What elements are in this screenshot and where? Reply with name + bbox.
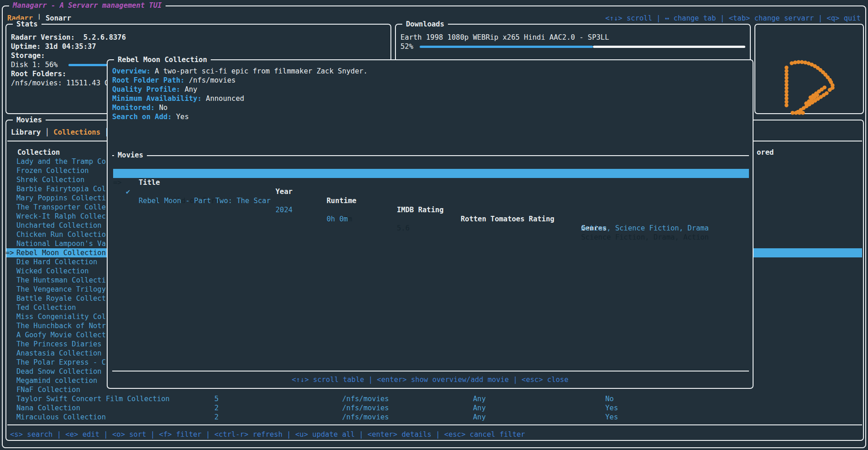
top-help-bar: <↑↓> scroll | ↔ change tab | <tab> chang… bbox=[605, 14, 861, 23]
movie-runtime: 0h 0m bbox=[327, 215, 348, 224]
radarr-logo-icon bbox=[755, 43, 863, 131]
footer-separator bbox=[7, 424, 862, 425]
download-percent: 52% bbox=[400, 42, 413, 51]
collection-root-folder: /nfs/movies bbox=[342, 394, 389, 403]
logo-panel bbox=[754, 24, 864, 114]
collection-quality: Any bbox=[473, 394, 486, 403]
tab-separator: │ bbox=[41, 128, 53, 136]
collection-root-folder: /nfs/movies bbox=[342, 403, 389, 413]
movie-title: Rebel Moon - Part Two: The Scar bbox=[139, 196, 270, 205]
collection-monitored: Yes bbox=[605, 413, 618, 422]
collection-movie-count: 2 bbox=[214, 403, 218, 413]
collection-name: Megamind collection bbox=[16, 376, 97, 385]
collection-name: The Polar Express - C bbox=[16, 358, 106, 367]
collection-row[interactable]: Miraculous Collection2/nfs/moviesAnyYes bbox=[6, 413, 862, 422]
movies-help-bar: <s> search | <e> edit | <o> sort | <f> f… bbox=[10, 430, 525, 439]
collection-name: Anastasia Collection bbox=[16, 349, 102, 358]
download-item[interactable]: Earth 1998 1080p WEBRip x265 Hindi AAC2.… bbox=[400, 33, 609, 42]
collection-movie-count: 2 bbox=[214, 413, 218, 422]
movie-genres: Science Fiction, Drama, Action bbox=[581, 233, 709, 242]
col-year: Year bbox=[275, 187, 292, 196]
collection-name: Frozen Collection bbox=[16, 166, 89, 175]
downloads-panel-title: Downloads bbox=[402, 20, 448, 29]
movie-row[interactable]: ✔ Rebel Moon - Part Two: The Scar 2024 0… bbox=[113, 178, 749, 187]
movie-year: 2024 bbox=[275, 205, 292, 215]
collection-monitored: No bbox=[605, 394, 614, 403]
tab-library[interactable]: Library bbox=[11, 128, 41, 136]
collection-name: The Transporter Colle bbox=[16, 203, 106, 212]
collection-name: Nana Collection bbox=[16, 403, 80, 413]
download-progress-filled bbox=[420, 46, 593, 48]
collection-name: Taylor Swift Concert Film Collection bbox=[16, 394, 170, 403]
col-runtime: Runtime bbox=[327, 196, 356, 205]
tab-collections[interactable]: Collections bbox=[53, 128, 100, 136]
movies-section-title: Movies bbox=[114, 151, 147, 160]
managarr-app: { "colors":{ "background":"#22303A","bor… bbox=[0, 0, 868, 450]
download-progress-remainder bbox=[593, 46, 745, 48]
modal-footer-separator bbox=[112, 371, 749, 372]
selected-arrow: => bbox=[5, 248, 14, 257]
collection-name: National Lampoon's Va bbox=[16, 239, 106, 248]
collection-name: Chicken Run Collectio bbox=[16, 230, 106, 239]
collection-name: Shrek Collection bbox=[16, 175, 84, 184]
uptime: Uptime: 31d 04:35:37 bbox=[11, 42, 96, 51]
collection-name: Miss Congeniality Col bbox=[16, 312, 106, 321]
collection-name: The Princess Diaries bbox=[16, 340, 102, 349]
field-search-on-add: Search on Add: Yes bbox=[112, 112, 189, 121]
collection-name: Lady and the Tramp Co bbox=[16, 157, 106, 166]
tab-sonarr[interactable]: Sonarr bbox=[46, 14, 71, 22]
collections-column-header: Collection bbox=[17, 148, 60, 157]
collection-movie-count: 5 bbox=[214, 394, 218, 403]
collection-name: Battle Royale Collect bbox=[16, 294, 106, 303]
collection-row[interactable]: Nana Collection2/nfs/moviesAnyYes bbox=[6, 403, 862, 413]
collection-name: Rebel Moon Collection bbox=[16, 248, 106, 257]
collection-name: Miraculous Collection bbox=[16, 413, 106, 422]
movie-imdb: 5.6 bbox=[397, 224, 410, 233]
collection-name: Die Hard Collection bbox=[16, 257, 97, 267]
collection-name: A Goofy Movie Collect bbox=[16, 330, 106, 340]
storage-label: Storage: bbox=[11, 51, 45, 60]
app-title: Managarr - A Servarr management TUI bbox=[9, 1, 166, 10]
disk-usage: Disk 1: 56% bbox=[11, 60, 58, 69]
collection-root-folder: /nfs/movies bbox=[342, 413, 389, 422]
collection-name: Uncharted Collection bbox=[16, 221, 102, 230]
collection-name: Barbie Fairytopia Col bbox=[16, 184, 106, 194]
monitored-check-icon: ✔ bbox=[126, 187, 130, 196]
movies-section-line bbox=[112, 155, 749, 156]
col-rotten-tomatoes: Rotten Tomatoes Rating bbox=[461, 215, 554, 224]
field-root-folder: Root Folder Path: /nfs/movies bbox=[112, 76, 236, 85]
collection-name: Mary Poppins Collecti bbox=[16, 194, 106, 203]
field-monitored: Monitored: No bbox=[112, 103, 167, 112]
movies-tabs: Library │ Collections │ bbox=[11, 128, 109, 137]
field-overview: Overview: A two-part sci-fi epic from fi… bbox=[112, 67, 368, 76]
col-imdb: IMDB Rating bbox=[397, 205, 444, 215]
collection-name: FNaF Collection bbox=[16, 385, 80, 394]
movies-table-header: ✔ Title Year Runtime IMDB Rating Rotten … bbox=[113, 160, 749, 169]
root-folders-label: Root Folders: bbox=[11, 69, 66, 78]
stats-panel-title: Stats bbox=[13, 20, 42, 29]
collection-monitored: Yes bbox=[605, 403, 618, 413]
radarr-version: Radarr Version: 5.2.6.8376 bbox=[11, 33, 126, 42]
collection-name: Wreck-It Ralph Collec bbox=[16, 212, 106, 221]
collection-details-modal: Rebel Moon Collection Overview: A two-pa… bbox=[107, 59, 754, 389]
collection-row[interactable]: Taylor Swift Concert Film Collection5/nf… bbox=[6, 394, 862, 403]
movies-panel-title: Movies bbox=[13, 115, 46, 125]
field-minimum-availability: Minimum Availability: Announced bbox=[112, 94, 244, 103]
collection-name: Wicked Collection bbox=[16, 267, 89, 276]
modal-title: Rebel Moon Collection bbox=[114, 55, 211, 64]
collection-name: Dead Snow Collection bbox=[16, 367, 102, 376]
modal-help-bar: <↑↓> scroll table | <enter> show overvie… bbox=[108, 375, 753, 384]
collection-name: The Huntsman Collecti bbox=[16, 276, 106, 285]
root-folder-size: /nfs/movies: 11511.43 GB bbox=[11, 78, 113, 88]
movie-genres: Action, Science Fiction, Drama bbox=[581, 224, 709, 233]
collection-quality: Any bbox=[473, 403, 486, 413]
collection-name: The Vengeance Trilogy bbox=[16, 285, 106, 294]
collection-name: Ted Collection bbox=[16, 303, 76, 312]
movie-row[interactable]: => ✔ ne: A Child of Fire 2023 2h 14m 5.6… bbox=[113, 169, 749, 178]
collection-quality: Any bbox=[473, 413, 486, 422]
monitored-column-header-fragment: ored bbox=[757, 148, 774, 157]
collection-name: The Hunchback of Notr bbox=[16, 321, 106, 330]
field-quality-profile: Quality Profile: Any bbox=[112, 85, 198, 94]
